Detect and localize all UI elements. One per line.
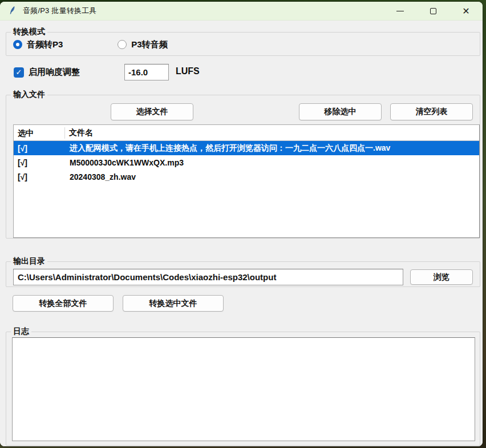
convert-selected-button[interactable]: 转换选中文件 [123,295,224,312]
python-feather-icon [7,6,18,16]
radio-audio-to-p3[interactable]: 音频转P3 [13,39,63,50]
table-row[interactable]: [√] 20240308_zh.wav [14,169,479,184]
loudness-value-input[interactable] [124,64,169,80]
output-group-label: 输出目录 [11,256,47,267]
maximize-button[interactable] [416,2,449,21]
window-title: 音频/P3 批量转换工具 [23,6,97,16]
loudness-row: ✓ 启用响度调整 LUFS [0,64,475,81]
table-row[interactable]: [√] M500003J0cWK1WWxQX.mp3 [14,155,479,169]
header-filename[interactable]: 文件名 [65,128,479,138]
window-controls: ✕ [383,2,483,21]
output-dir-groupbox: 输出目录 浏览 [6,261,480,287]
radio-off-icon [118,40,127,49]
loudness-checkbox-label[interactable]: 启用响度调整 [29,67,80,78]
file-table-header: 选中 文件名 [14,125,479,141]
row-check-mark[interactable]: [√] [14,158,65,167]
close-icon: ✕ [462,7,469,16]
file-list-table[interactable]: 选中 文件名 [√] 进入配网模式，请在手机上连接热点，然后打开浏览器访问：一九… [13,124,480,238]
table-row[interactable]: [√] 进入配网模式，请在手机上连接热点，然后打开浏览器访问：一九二点一六八点四… [14,141,479,155]
mode-groupbox: 转换模式 音频转P3 P3转音频 [6,32,480,56]
row-check-mark[interactable]: [√] [14,172,65,181]
lufs-unit-label: LUFS [176,66,200,76]
minimize-button[interactable] [383,2,416,21]
radio-on-icon [13,40,22,49]
input-files-groupbox: 输入文件 选择文件 移除选中 清空列表 选中 文件名 [√] 进入配网模式，请在… [6,95,480,239]
row-check-mark[interactable]: [√] [14,144,65,153]
loudness-checkbox[interactable]: ✓ [14,67,24,78]
remove-selected-button[interactable]: 移除选中 [299,103,382,120]
mode-radio-row: 音频转P3 P3转音频 [13,33,222,56]
row-filename[interactable]: 进入配网模式，请在手机上连接热点，然后打开浏览器访问：一九二点一六八点四点一.w… [65,143,479,154]
row-filename[interactable]: M500003J0cWK1WWxQX.mp3 [65,158,479,167]
browse-button[interactable]: 浏览 [410,269,473,285]
header-checked[interactable]: 选中 [14,127,65,139]
convert-all-button[interactable]: 转换全部文件 [13,295,114,312]
log-textarea[interactable] [12,337,475,441]
title-bar[interactable]: 音频/P3 批量转换工具 ✕ [0,2,483,21]
clear-list-button[interactable]: 清空列表 [390,103,473,120]
output-path-input[interactable] [13,269,403,285]
radio-p3-to-audio[interactable]: P3转音频 [118,39,167,50]
log-group-label: 日志 [11,326,31,337]
close-button[interactable]: ✕ [449,2,483,21]
row-filename[interactable]: 20240308_zh.wav [65,172,479,181]
app-window: 音频/P3 批量转换工具 ✕ 转换模式 音频转P3 P3转音频 [0,2,483,446]
log-groupbox: 日志 [6,332,480,446]
input-group-label: 输入文件 [11,90,47,100]
radio-audio-to-p3-label: 音频转P3 [27,39,63,50]
minimize-icon [396,11,404,11]
radio-p3-to-audio-label: P3转音频 [131,39,167,50]
client-area: 转换模式 音频转P3 P3转音频 ✓ 启用响度调整 LUFS 输入文件 选择文 [0,21,483,446]
maximize-icon [430,8,436,14]
select-files-button[interactable]: 选择文件 [111,103,193,120]
